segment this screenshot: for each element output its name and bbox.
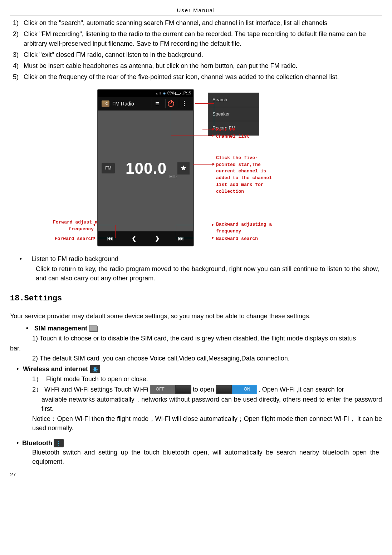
menu-item-search[interactable]: Search xyxy=(208,93,259,107)
listen-bg-title: Listen to FM radio background xyxy=(31,254,118,264)
prev-freq-button[interactable]: ❮ xyxy=(132,234,136,242)
wifi-body: available networks automatically，network… xyxy=(10,395,382,413)
sim-line1b: bar. xyxy=(10,344,382,353)
control-bar: ⏮ ❮ ❯ ⏭ xyxy=(98,231,193,246)
wifi-text-b: to open xyxy=(193,385,214,394)
sim-icon xyxy=(89,325,98,332)
wifi-item-2: 2） Wi-Fi and Wi-Fi settings Touch Wi-Fi … xyxy=(10,385,382,394)
next-search-button[interactable]: ⏭ xyxy=(178,234,184,242)
radio-icon xyxy=(102,100,109,107)
menu-item-speaker[interactable]: Speaker xyxy=(208,107,259,122)
fm-badge: FM xyxy=(102,163,115,173)
bars-icon: ⫴ xyxy=(160,91,161,96)
listen-bg-body: Click to return to key, the radio progra… xyxy=(36,264,379,283)
wifi-text-a: Wi-Fi and Wi-Fi settings Touch Wi-Fi xyxy=(44,385,148,394)
list-item: Click "FM recording", listening to the r… xyxy=(10,29,382,49)
list-item: Must be insert cable headphones as anten… xyxy=(10,61,382,71)
mhz-label: MHz xyxy=(169,174,177,180)
page-header: User Manual xyxy=(10,6,382,15)
callout-fwd-adj: Forward adjust a frequency xyxy=(53,219,94,233)
next-freq-button[interactable]: ❯ xyxy=(155,234,160,242)
battery-percent: 65% xyxy=(167,91,175,96)
fm-radio-figure: ▴ ⫴ ◈ 65% 17:15 FM Radio FM xyxy=(10,89,382,246)
sim-management-heading: SIM management xyxy=(34,324,87,333)
bullet-icon: • xyxy=(22,324,32,333)
list-item: Click on the frequency of the rear of th… xyxy=(10,72,382,82)
bullet-icon: • xyxy=(16,438,21,448)
bluetooth-icon: ⋮ xyxy=(54,439,64,447)
frequency-value: 100.0 xyxy=(118,157,175,180)
app-title: FM Radio xyxy=(112,100,134,107)
bluetooth-heading: Bluetooth xyxy=(22,438,52,448)
wifi-notice: Notice：Open Wi-Fi then the flight mode，W… xyxy=(10,414,382,433)
toggle-off-label: OFF xyxy=(156,386,165,392)
sim-line1: 1) Touch it to choose or to disable the … xyxy=(10,334,382,343)
section-18-heading: 18.Settings xyxy=(10,293,382,304)
wifi-item-1: 1） Flight mode Touch to open or close. xyxy=(10,374,382,384)
power-button[interactable] xyxy=(165,99,176,108)
bluetooth-body: Bluetooth switch and setting up the touc… xyxy=(10,448,382,466)
bullet-icon: • xyxy=(10,254,31,264)
settings-intro: Your service provider may default some d… xyxy=(10,311,382,321)
wifi-icon: ◉ xyxy=(90,365,100,373)
app-bar: FM Radio xyxy=(98,97,193,110)
prev-search-button[interactable]: ⏮ xyxy=(107,234,113,242)
bullet-icon: • xyxy=(16,364,21,374)
menu-button[interactable] xyxy=(179,99,190,108)
signal-icon: ▴ xyxy=(156,91,158,96)
page-number: 27 xyxy=(10,471,382,478)
toggle-off[interactable]: OFF xyxy=(150,385,191,394)
phone-mockup: ▴ ⫴ ◈ 65% 17:15 FM Radio FM xyxy=(97,89,194,246)
clock-time: 17:15 xyxy=(182,91,191,96)
status-bar: ▴ ⫴ ◈ 65% 17:15 xyxy=(98,90,193,97)
favorite-star-button[interactable]: ★ xyxy=(177,162,190,175)
wireless-icon: ◈ xyxy=(163,91,166,96)
numbering: 2） xyxy=(32,385,44,394)
callout-channel-list: Channel list xyxy=(216,133,250,140)
callout-star: Click the five- pointed star,The current… xyxy=(216,155,272,195)
list-item: Click on the "search", automatic scannin… xyxy=(10,18,382,28)
toggle-on[interactable]: ON xyxy=(216,385,257,394)
fm-display: FM 100.0 ★ MHz xyxy=(98,110,193,231)
numbering: 1） xyxy=(32,374,44,384)
fm-instructions-list: Click on the "search", automatic scannin… xyxy=(10,18,382,82)
wireless-heading: Wireless and internet xyxy=(23,364,88,374)
flight-mode-text: Flight mode Touch to open or close. xyxy=(46,375,148,383)
wifi-text-c: . Open Wi-Fi ,it can search for xyxy=(259,385,344,394)
sim-line2: 2) The default SIM card ,you can choose … xyxy=(10,354,382,363)
channel-list-button[interactable] xyxy=(152,99,162,108)
toggle-on-label: ON xyxy=(244,386,250,392)
battery-indicator: 65% xyxy=(167,91,180,96)
list-item: Click "exit" closed FM radio, cannot lis… xyxy=(10,50,382,60)
callout-fwd-search: Forward search xyxy=(53,236,94,242)
callout-back-adj: Backward adjusting a frequency xyxy=(216,221,272,235)
callout-exit-fm: Exit FM xyxy=(216,127,236,134)
callout-back-search: Backward search xyxy=(216,236,258,242)
